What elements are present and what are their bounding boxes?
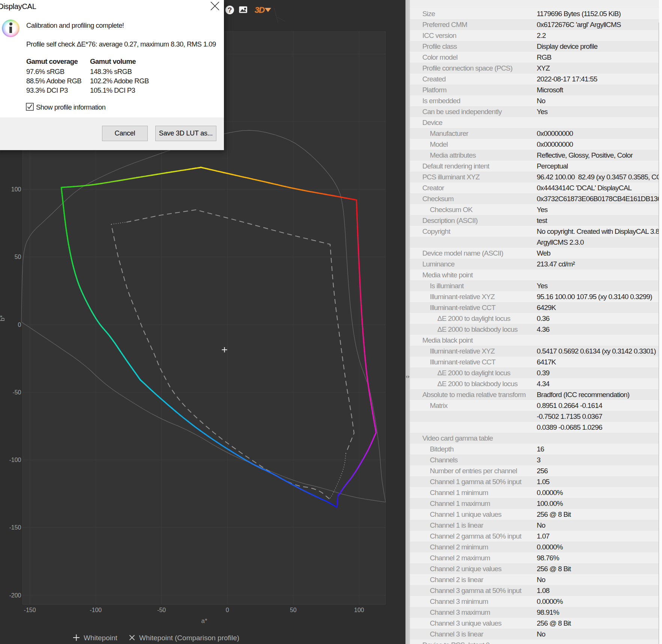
svg-text:50: 50 xyxy=(15,254,21,260)
svg-text:?: ? xyxy=(228,6,232,14)
svg-text:100: 100 xyxy=(11,186,21,193)
svg-text:-50: -50 xyxy=(12,389,21,396)
svg-text:b*: b* xyxy=(0,315,6,321)
svg-text:-150: -150 xyxy=(9,524,21,531)
svg-text:100: 100 xyxy=(354,607,364,613)
svg-text:0: 0 xyxy=(18,322,21,328)
svg-text:Whitepoint (Comparison profile: Whitepoint (Comparison profile) xyxy=(139,634,239,642)
svg-text:Whitepoint: Whitepoint xyxy=(84,634,117,642)
svg-text:0: 0 xyxy=(226,607,229,613)
svg-text:-200: -200 xyxy=(9,592,21,599)
svg-text:-100: -100 xyxy=(9,457,21,463)
svg-text:-150: -150 xyxy=(24,607,36,613)
svg-text:3D: 3D xyxy=(255,5,265,15)
svg-text:50: 50 xyxy=(290,607,297,613)
svg-text:-50: -50 xyxy=(157,607,166,613)
svg-text:-100: -100 xyxy=(90,607,102,613)
svg-text:a*: a* xyxy=(201,617,207,624)
